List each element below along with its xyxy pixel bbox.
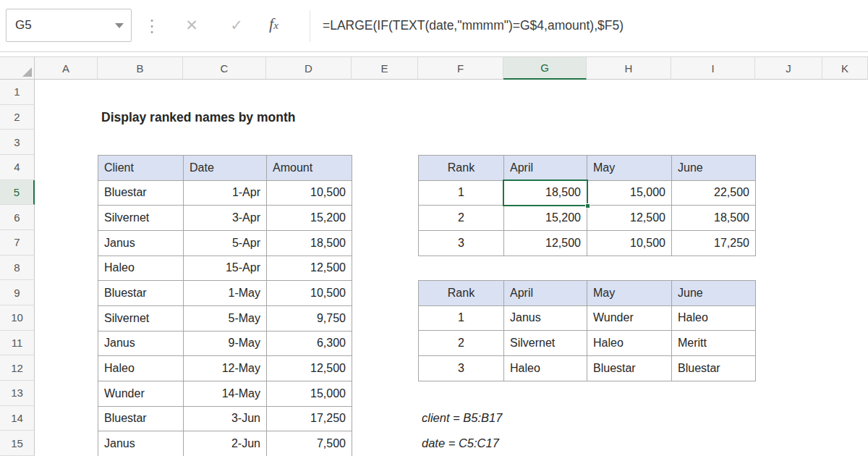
column-header-b[interactable]: B bbox=[98, 57, 183, 80]
cell-f12[interactable]: 3 bbox=[419, 356, 504, 381]
cell-b14[interactable]: Bluestar bbox=[98, 407, 184, 432]
cell-d11[interactable]: 6,300 bbox=[267, 332, 352, 357]
cell-b13[interactable]: Wunder bbox=[98, 381, 184, 407]
cell-g5[interactable]: 18,500 bbox=[504, 181, 587, 206]
cell-c12[interactable]: 12-May bbox=[184, 356, 267, 381]
cell-d9[interactable]: 10,500 bbox=[267, 281, 352, 306]
cell-f11[interactable]: 2 bbox=[419, 331, 504, 356]
client-table-header-client[interactable]: Client bbox=[98, 156, 184, 181]
row-header-4[interactable]: 4 bbox=[0, 155, 35, 180]
column-header-g[interactable]: G bbox=[503, 57, 587, 80]
row-header-14[interactable]: 14 bbox=[0, 406, 35, 431]
cell-d13[interactable]: 15,000 bbox=[267, 381, 352, 407]
row-header-5[interactable]: 5 bbox=[0, 180, 35, 206]
rank-names-header-april[interactable]: April bbox=[504, 281, 587, 306]
column-header-c[interactable]: C bbox=[183, 57, 266, 80]
cell-c5[interactable]: 1-Apr bbox=[184, 181, 267, 206]
column-header-d[interactable]: D bbox=[266, 57, 352, 80]
cell-g10[interactable]: Janus bbox=[504, 306, 587, 332]
cell-g7[interactable]: 12,500 bbox=[504, 231, 587, 256]
cell-b11[interactable]: Janus bbox=[98, 332, 184, 357]
row-header-9[interactable]: 9 bbox=[0, 280, 35, 305]
row-header-15[interactable]: 15 bbox=[0, 431, 35, 456]
cell-c8[interactable]: 15-Apr bbox=[184, 256, 267, 282]
cell-c11[interactable]: 9-May bbox=[184, 332, 267, 357]
cell-i7[interactable]: 17,250 bbox=[672, 231, 756, 256]
cell-f5[interactable]: 1 bbox=[419, 181, 504, 206]
name-box[interactable]: G5 bbox=[6, 9, 132, 42]
cell-h10[interactable]: Wunder bbox=[587, 306, 672, 332]
fill-handle[interactable] bbox=[585, 203, 590, 208]
column-header-f[interactable]: F bbox=[418, 57, 503, 80]
cell-d14[interactable]: 17,250 bbox=[267, 407, 352, 432]
cell-b7[interactable]: Janus bbox=[98, 231, 184, 256]
cell-f6[interactable]: 2 bbox=[419, 206, 504, 231]
cell-b12[interactable]: Haleo bbox=[98, 356, 184, 381]
column-header-i[interactable]: I bbox=[671, 57, 755, 80]
rank-names-header-may[interactable]: May bbox=[587, 281, 672, 306]
rank-amounts-header-april[interactable]: April bbox=[504, 156, 587, 181]
cell-i6[interactable]: 18,500 bbox=[672, 206, 756, 231]
insert-function-icon[interactable]: fx bbox=[269, 14, 278, 33]
row-header-7[interactable]: 7 bbox=[0, 230, 35, 256]
select-all-corner[interactable] bbox=[0, 56, 35, 80]
cell-c7[interactable]: 5-Apr bbox=[184, 231, 267, 256]
row-header-1[interactable]: 1 bbox=[0, 80, 35, 105]
cell-i10[interactable]: Haleo bbox=[672, 306, 756, 332]
row-header-6[interactable]: 6 bbox=[0, 205, 35, 230]
name-box-dropdown-icon[interactable] bbox=[115, 23, 124, 28]
client-table-header-date[interactable]: Date bbox=[184, 156, 267, 181]
cell-g12[interactable]: Haleo bbox=[504, 356, 587, 381]
column-header-a[interactable]: A bbox=[35, 57, 98, 80]
cell-g6[interactable]: 15,200 bbox=[504, 206, 587, 231]
cell-d12[interactable]: 12,500 bbox=[267, 356, 352, 381]
cell-d5[interactable]: 10,500 bbox=[267, 181, 352, 206]
rank-names-header-rank[interactable]: Rank bbox=[419, 281, 504, 306]
cell-d15[interactable]: 7,500 bbox=[267, 431, 352, 456]
cell-h5[interactable]: 15,000 bbox=[587, 181, 672, 206]
formula-input[interactable]: =LARGE(IF(TEXT(date,"mmmm")=G$4,amount),… bbox=[323, 0, 624, 51]
cell-f7[interactable]: 3 bbox=[419, 231, 504, 256]
cell-c14[interactable]: 3-Jun bbox=[184, 407, 267, 432]
cell-d8[interactable]: 12,500 bbox=[267, 256, 352, 282]
cell-d10[interactable]: 9,750 bbox=[267, 306, 352, 332]
row-header-12[interactable]: 12 bbox=[0, 355, 35, 381]
cell-i12[interactable]: Bluestar bbox=[672, 356, 756, 381]
cell-c6[interactable]: 3-Apr bbox=[184, 206, 267, 231]
row-header-10[interactable]: 10 bbox=[0, 305, 35, 331]
cell-h12[interactable]: Bluestar bbox=[587, 356, 672, 381]
cell-b6[interactable]: Silvernet bbox=[98, 206, 184, 231]
cell-c10[interactable]: 5-May bbox=[184, 306, 267, 332]
row-header-3[interactable]: 3 bbox=[0, 130, 35, 155]
rank-amounts-header-june[interactable]: June bbox=[672, 156, 756, 181]
column-header-e[interactable]: E bbox=[352, 57, 418, 80]
cell-c15[interactable]: 2-Jun bbox=[184, 431, 267, 456]
column-header-j[interactable]: J bbox=[755, 57, 822, 80]
row-header-2[interactable]: 2 bbox=[0, 105, 35, 130]
cell-i5[interactable]: 22,500 bbox=[672, 181, 756, 206]
rank-amounts-header-rank[interactable]: Rank bbox=[419, 156, 504, 181]
column-header-h[interactable]: H bbox=[587, 57, 671, 80]
rank-names-header-june[interactable]: June bbox=[672, 281, 756, 306]
cell-h6[interactable]: 12,500 bbox=[587, 206, 672, 231]
cell-c13[interactable]: 14-May bbox=[184, 381, 267, 407]
row-header-8[interactable]: 8 bbox=[0, 256, 35, 281]
cell-g11[interactable]: Silvernet bbox=[504, 331, 587, 356]
cell-c9[interactable]: 1-May bbox=[184, 281, 267, 306]
confirm-icon[interactable]: ✓ bbox=[226, 17, 247, 34]
cell-b8[interactable]: Haleo bbox=[98, 256, 184, 282]
cell-h11[interactable]: Haleo bbox=[587, 331, 672, 356]
cancel-icon[interactable]: ✕ bbox=[181, 17, 203, 34]
cell-h7[interactable]: 10,500 bbox=[587, 231, 672, 256]
client-table-header-amount[interactable]: Amount bbox=[267, 156, 352, 181]
cell-f10[interactable]: 1 bbox=[419, 306, 504, 332]
cell-b9[interactable]: Bluestar bbox=[98, 281, 184, 306]
cell-d7[interactable]: 18,500 bbox=[267, 231, 352, 256]
cell-i11[interactable]: Meritt bbox=[672, 331, 756, 356]
rank-amounts-header-may[interactable]: May bbox=[587, 156, 672, 181]
cell-b10[interactable]: Silvernet bbox=[98, 306, 184, 332]
cell-b5[interactable]: Bluestar bbox=[98, 181, 184, 206]
column-header-k[interactable]: K bbox=[822, 57, 868, 80]
cell-b15[interactable]: Janus bbox=[98, 431, 184, 456]
row-header-11[interactable]: 11 bbox=[0, 331, 35, 356]
